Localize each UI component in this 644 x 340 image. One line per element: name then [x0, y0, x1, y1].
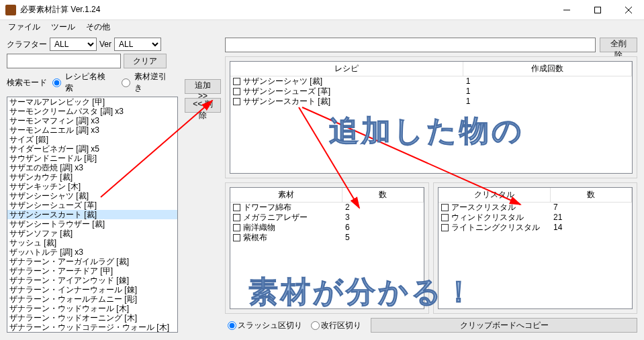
maximize-button[interactable] [582, 0, 613, 20]
table-row[interactable]: 南洋織物6 [230, 223, 424, 233]
ver-label: Ver [99, 40, 111, 49]
recipe-col-header: レシピ [230, 62, 463, 76]
material-qty-header: 数 [342, 188, 424, 202]
list-item[interactable]: ザナラーン・アーチドア [甲] [7, 266, 177, 276]
list-item[interactable]: ザナラーン・ウッドコテージ・ウォール [木] [7, 323, 177, 332]
copy-button[interactable]: クリップボードへコピー [371, 318, 637, 333]
checkbox-icon[interactable] [233, 204, 240, 211]
checkbox-icon[interactable] [233, 234, 240, 241]
radio-slash-label: スラッシュ区切り [238, 321, 302, 330]
right-search-input[interactable] [225, 38, 596, 52]
list-item[interactable]: ザッハトルテ [調] x3 [7, 247, 177, 257]
checkbox-icon[interactable] [441, 214, 449, 221]
list-item[interactable]: サーモンムニエル [調] x3 [7, 125, 177, 135]
list-item[interactable]: サーマルアレンビック [甲] [7, 97, 177, 107]
list-item[interactable]: サーモンクリームパスタ [調] x3 [7, 107, 177, 116]
list-item[interactable]: サウザンドニードル [彫] [7, 154, 177, 163]
radio-slash[interactable] [228, 321, 236, 330]
close-button[interactable] [613, 0, 644, 20]
menu-file[interactable]: ファイル [3, 20, 46, 34]
list-item[interactable]: ザナラーン・ウッドウォール [木] [7, 304, 177, 313]
radio-reverse-label: 素材逆引き [134, 71, 174, 94]
list-item[interactable]: ザナラーン・インナーウォール [錬] [7, 285, 177, 294]
list-item[interactable]: ザナラーン・ウッドオーニング [木] [7, 313, 177, 323]
table-row[interactable]: メガラニアレザー3 [230, 213, 424, 223]
checkbox-icon[interactable] [233, 98, 240, 105]
crystal-col-header: クリスタル [439, 188, 551, 202]
checkbox-icon[interactable] [441, 204, 449, 211]
table-row[interactable]: サザンシーシャツ [裁]1 [230, 76, 632, 87]
minimize-button[interactable] [551, 0, 582, 20]
checkbox-icon[interactable] [233, 78, 240, 85]
list-item[interactable]: サイダービネガー [調] x5 [7, 144, 177, 154]
menu-tool[interactable]: ツール [46, 20, 81, 34]
list-item[interactable]: サザンソファ [裁] [7, 229, 177, 238]
crystal-group: クリスタル 数 アースクリスタル7ウィンドクリスタル21ライトニングクリスタル1… [433, 182, 637, 314]
remove-button[interactable]: << 削除 [185, 98, 221, 113]
crystal-qty-header: 数 [551, 188, 632, 202]
search-input[interactable] [7, 54, 121, 68]
radio-reverse-search[interactable] [122, 78, 130, 87]
checkbox-icon[interactable] [233, 214, 240, 221]
delete-all-button[interactable]: 全削除 [600, 38, 637, 52]
menu-other[interactable]: その他 [81, 20, 116, 34]
table-row[interactable]: 紫根布5 [230, 233, 424, 243]
checkbox-icon[interactable] [441, 224, 449, 231]
list-item[interactable]: ザナラーン・アイアンウッド [錬] [7, 276, 177, 285]
radio-recipe-search[interactable] [52, 78, 61, 87]
recipe-group: レシピ 作成回数 サザンシーシャツ [裁]1サザンシーシューズ [革]1サザンシ… [225, 56, 637, 178]
count-col-header: 作成回数 [463, 62, 632, 76]
checkbox-icon[interactable] [233, 224, 240, 231]
list-item[interactable]: ザナラーン・ウッドコテージ・ルーフ [木] [7, 332, 177, 333]
crafter-select[interactable]: ALL [50, 38, 97, 51]
search-mode-label: 検索モード [7, 77, 47, 89]
radio-newline-label: 改行区切り [321, 321, 361, 330]
list-item[interactable]: サッシュ [裁] [7, 238, 177, 247]
material-col-header: 素材 [230, 188, 342, 202]
list-item[interactable]: サザエの壺焼 [調] x3 [7, 163, 177, 172]
list-item[interactable]: ザナラーン・アーガイルラグ [裁] [7, 257, 177, 266]
list-item[interactable]: サザンシーシューズ [革] [7, 201, 177, 210]
add-button[interactable]: 追加 >> [185, 79, 221, 94]
radio-recipe-label: レシピ名検索 [65, 71, 112, 94]
table-row[interactable]: サザンシーシューズ [革]1 [230, 87, 632, 97]
list-item[interactable]: ザナラーン・ウォールチムニー [彫] [7, 294, 177, 304]
list-item[interactable]: サーモンマフィン [調] x3 [7, 116, 177, 125]
table-row[interactable]: サザンシースカート [裁]1 [230, 97, 632, 107]
clear-button[interactable]: クリア [124, 54, 167, 68]
list-item[interactable]: サザンカウチ [裁] [7, 172, 177, 182]
crafter-label: クラフター [7, 39, 47, 50]
material-group: 素材 数 ドワーフ綿布2メガラニアレザー3南洋織物6紫根布5 [225, 182, 429, 314]
table-row[interactable]: アースクリスタル7 [439, 203, 632, 213]
table-row[interactable]: ウィンドクリスタル21 [439, 213, 632, 223]
list-item[interactable]: サザンキッチン [木] [7, 182, 177, 191]
recipe-listbox[interactable]: サーマルアレンビック [甲]サーモンクリームパスタ [調] x3サーモンマフィン… [7, 97, 178, 333]
table-row[interactable]: ドワーフ綿布2 [230, 203, 424, 213]
list-item[interactable]: サザンシースカート [裁] [7, 210, 177, 219]
radio-newline[interactable] [311, 321, 320, 330]
list-item[interactable]: サイズ [鍛] [7, 135, 177, 144]
app-icon [5, 5, 16, 15]
checkbox-icon[interactable] [233, 88, 240, 95]
ver-select[interactable]: ALL [114, 38, 161, 51]
list-item[interactable]: サザンシートラウザー [裁] [7, 219, 177, 229]
svg-rect-1 [595, 7, 601, 13]
table-row[interactable]: ライトニングクリスタル14 [439, 223, 632, 233]
window-title: 必要素材計算 Ver.1.24 [20, 4, 551, 15]
list-item[interactable]: サザンシーシャツ [裁] [7, 191, 177, 201]
